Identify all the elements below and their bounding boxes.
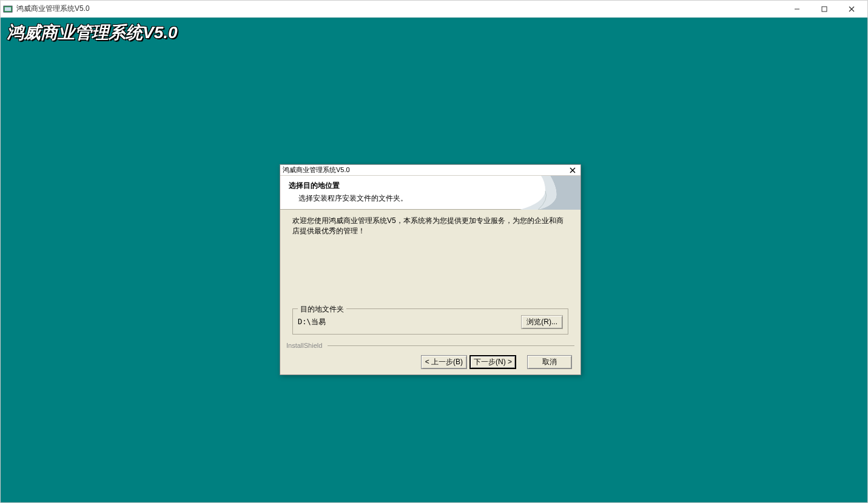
destination-path: D:\当易 — [298, 317, 516, 327]
dialog-title: 鸿威商业管理系统V5.0 — [283, 165, 567, 175]
browse-button[interactable]: 浏览(R)... — [521, 315, 563, 329]
destination-legend: 目的地文件夹 — [298, 304, 346, 315]
main-titlebar[interactable]: 鸿威商业管理系统V5.0 — [1, 1, 867, 18]
svg-rect-3 — [822, 7, 827, 12]
dialog-titlebar[interactable]: 鸿威商业管理系统V5.0 — [280, 165, 580, 176]
destination-fieldset: 目的地文件夹 D:\当易 浏览(R)... — [292, 308, 568, 335]
cancel-button[interactable]: 取消 — [527, 355, 572, 369]
next-button[interactable]: 下一步(N) > — [469, 355, 516, 369]
window-controls — [783, 1, 865, 18]
dialog-body: 欢迎您使用鸿威商业管理系统V5，本系统将为您提供更加专业服务，为您的企业和商店提… — [280, 210, 580, 342]
svg-rect-1 — [5, 7, 11, 11]
back-button[interactable]: < 上一步(B) — [421, 355, 467, 369]
window-title: 鸿威商业管理系统V5.0 — [16, 4, 783, 14]
close-button[interactable] — [838, 1, 865, 18]
app-icon — [3, 4, 13, 14]
desktop-area: 鸿威商业管理系统V5.0 鸿威商业管理系统V5.0 选择目的地位置 选择安装程序… — [1, 18, 867, 502]
brand-text: 鸿威商业管理系统V5.0 — [7, 21, 178, 44]
dialog-close-button[interactable] — [567, 165, 578, 175]
welcome-text: 欢迎您使用鸿威商业管理系统V5，本系统将为您提供更加专业服务，为您的企业和商店提… — [292, 216, 568, 236]
minimize-button[interactable] — [783, 1, 810, 18]
installer-dialog: 鸿威商业管理系统V5.0 选择目的地位置 选择安装程序安装文件的文件夹。 欢迎您… — [280, 164, 581, 375]
dialog-header: 选择目的地位置 选择安装程序安装文件的文件夹。 — [280, 176, 580, 210]
dialog-footer: < 上一步(B) 下一步(N) > 取消 — [280, 349, 580, 375]
page-curl-icon — [520, 176, 580, 210]
maximize-button[interactable] — [810, 1, 838, 18]
main-window: 鸿威商业管理系统V5.0 鸿威商业管理系统V5.0 鸿威商业管理系统V5.0 — [0, 0, 868, 503]
installshield-label: InstallShield — [280, 342, 580, 349]
